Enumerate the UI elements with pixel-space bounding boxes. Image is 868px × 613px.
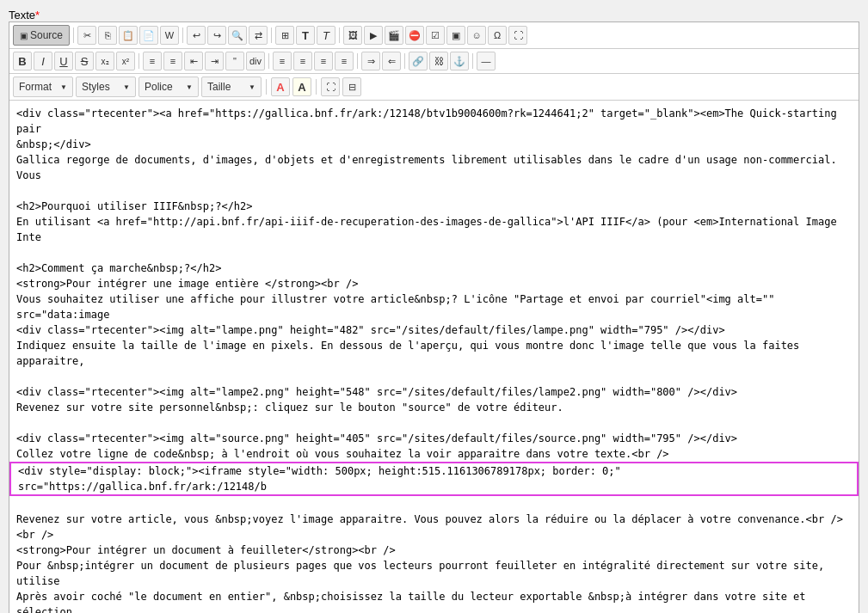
separator7	[357, 53, 358, 69]
source-icon: ▣	[20, 31, 28, 40]
pagebreak-button[interactable]: ⛔	[405, 26, 424, 45]
align-center-button[interactable]: ≡	[293, 52, 312, 70]
text-color-button[interactable]: A	[271, 77, 290, 96]
separator3	[271, 28, 272, 43]
field-label: Texte*	[9, 9, 859, 21]
indent-button[interactable]: T	[296, 26, 315, 45]
media-button[interactable]: 🎬	[385, 26, 403, 45]
text-direction-ltr-button[interactable]: ⇒	[361, 52, 380, 70]
fullscreen-button[interactable]: ⛶	[321, 77, 340, 96]
undo-button[interactable]: ↩	[187, 26, 206, 45]
cut-button[interactable]: ✂	[77, 26, 96, 45]
separator9	[472, 53, 473, 69]
separator11	[316, 79, 317, 95]
align-right-button[interactable]: ≡	[314, 52, 333, 70]
paste-text-button[interactable]: 📄	[139, 26, 158, 45]
horizontal-rule-button[interactable]: —	[477, 52, 496, 70]
editor-wrapper: ▣ Source ✂ ⎘ 📋 📄 W ↩ ↪ 🔍 ⇄ ⊞ T T 🖼 ▶ 🎬 ⛔…	[9, 21, 859, 613]
anchor-button[interactable]: ⚓	[450, 52, 469, 70]
emoji-button[interactable]: ☺	[467, 26, 486, 45]
copy-button[interactable]: ⎘	[98, 26, 117, 45]
separator6	[268, 53, 269, 69]
iframe-button[interactable]: ▣	[446, 26, 465, 45]
italic-button[interactable]: I	[34, 52, 52, 70]
toolbar-row3: Format Styles Police Taille A A ⛶ ⊟	[9, 74, 859, 101]
source-button[interactable]: ▣ Source	[13, 25, 70, 46]
police-dropdown[interactable]: Police	[139, 77, 199, 97]
div-button[interactable]: div	[246, 52, 265, 70]
separator10	[266, 79, 267, 95]
redo-button[interactable]: ↪	[207, 26, 226, 45]
toolbar-row2: B I U S x₂ x² ≡ ≡ ⇤ ⇥ " div ≡ ≡ ≡ ≡ ⇒ ⇐ …	[9, 49, 859, 74]
indent-more-button[interactable]: ⇥	[205, 52, 224, 70]
checkbox-button[interactable]: ☑	[426, 26, 445, 45]
separator1	[73, 28, 74, 43]
text-direction-rtl-button[interactable]: ⇐	[382, 52, 401, 70]
flash-button[interactable]: ▶	[364, 26, 383, 45]
separator2	[182, 28, 183, 43]
maximize-button[interactable]: ⛶	[508, 26, 527, 45]
list-ordered-button[interactable]: ≡	[143, 52, 162, 70]
unlink-button[interactable]: ⛓	[429, 52, 448, 70]
strikethrough-button[interactable]: S	[75, 52, 94, 70]
styles-dropdown[interactable]: Styles	[76, 77, 136, 97]
replace-button[interactable]: ⇄	[249, 26, 268, 45]
align-justify-button[interactable]: ≡	[335, 52, 354, 70]
blockquote-button[interactable]: "	[225, 52, 244, 70]
taille-dropdown[interactable]: Taille	[201, 77, 262, 97]
editor-content[interactable]: <div class="rtecenter"><a href="https://…	[9, 101, 859, 613]
superscript-button[interactable]: x²	[116, 52, 135, 70]
subscript-button[interactable]: x₂	[95, 52, 114, 70]
separator4	[339, 28, 340, 43]
table-button[interactable]: ⊞	[275, 26, 294, 45]
toolbar-row1: ▣ Source ✂ ⎘ 📋 📄 W ↩ ↪ 🔍 ⇄ ⊞ T T 🖼 ▶ 🎬 ⛔…	[9, 22, 859, 49]
format-dropdown[interactable]: Format	[13, 77, 73, 97]
highlighted-line: <div style="display: block;"><iframe sty…	[9, 462, 859, 496]
bg-color-button[interactable]: A	[292, 77, 311, 96]
separator8	[404, 53, 405, 69]
outdent-button[interactable]: T	[317, 26, 336, 45]
image-button[interactable]: 🖼	[343, 26, 362, 45]
field-container: Texte* ▣ Source ✂ ⎘ 📋 📄 W ↩ ↪ 🔍 ⇄ ⊞ T T …	[9, 9, 859, 613]
special-char-button[interactable]: Ω	[488, 26, 507, 45]
link-button[interactable]: 🔗	[409, 52, 428, 70]
list-unordered-button[interactable]: ≡	[163, 52, 182, 70]
show-blocks-button[interactable]: ⊟	[342, 77, 361, 96]
underline-button[interactable]: U	[54, 52, 73, 70]
find-button[interactable]: 🔍	[228, 26, 247, 45]
bold-button[interactable]: B	[13, 52, 32, 70]
align-left-button[interactable]: ≡	[273, 52, 292, 70]
separator5	[139, 53, 139, 69]
paste-button[interactable]: 📋	[119, 26, 138, 45]
paste-word-button[interactable]: W	[160, 26, 179, 45]
indent-less-button[interactable]: ⇤	[184, 52, 203, 70]
